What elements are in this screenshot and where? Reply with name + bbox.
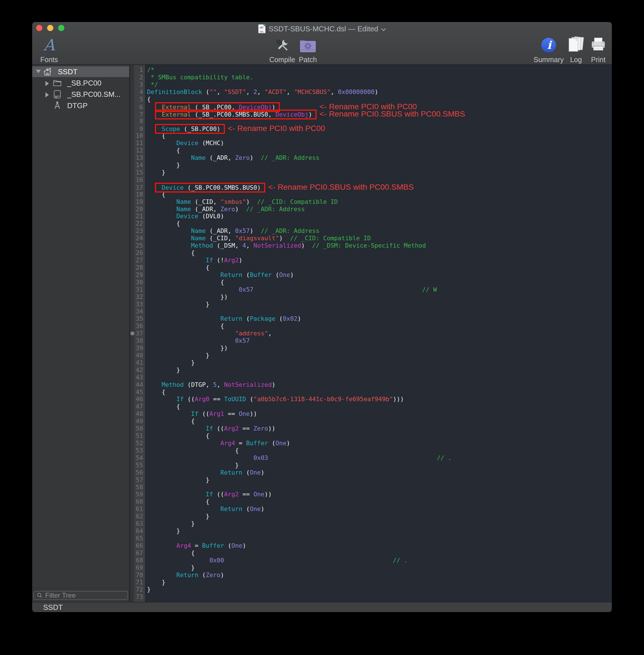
line-number: 10 xyxy=(130,132,145,139)
code-token: } xyxy=(147,359,195,366)
sidebar-item-label: DTGP xyxy=(67,101,88,110)
code-line: 64 } xyxy=(130,527,612,535)
code-token xyxy=(253,286,422,293)
code-token xyxy=(147,227,191,234)
window-title: SSDT-SBUS-MCHC.dsl — Edited xyxy=(269,25,378,33)
code-token: } xyxy=(147,586,151,593)
code-token: One xyxy=(239,410,250,417)
code-token: } xyxy=(147,161,180,168)
code-line: 44 Method (DTGP, 5, NotSerialized) xyxy=(130,381,612,388)
code-line: 71 } xyxy=(130,579,612,586)
code-token: { xyxy=(147,388,165,396)
line-number: 65 xyxy=(130,535,145,542)
code-line: 61 Return (One) xyxy=(130,505,612,513)
line-number: 30 xyxy=(130,279,145,286)
code-token: { xyxy=(147,417,195,425)
code-token: One xyxy=(253,491,264,498)
code-line: 66 Arg4 = Buffer (One) xyxy=(130,542,612,549)
sidebar-item--sb-pc00[interactable]: _SB.PC00 xyxy=(32,77,129,88)
code-token: 4 xyxy=(243,242,246,249)
code-token: (DVL0) xyxy=(199,212,224,220)
code-line: 63 } xyxy=(130,520,612,527)
method-icon xyxy=(53,101,62,110)
code-line: 40 } xyxy=(130,352,612,359)
code-token: Arg2 xyxy=(224,257,239,264)
code-token: )) xyxy=(268,425,275,432)
code-token: ) xyxy=(261,505,264,513)
disclosure-closed-icon[interactable] xyxy=(45,81,49,86)
chevron-down-icon[interactable] xyxy=(382,26,386,30)
window-header: DSL SSDT-SBUS-MCHC.dsl — Edited A Fonts xyxy=(32,22,612,65)
code-token: One xyxy=(279,271,290,278)
line-number: 73 xyxy=(130,593,145,601)
filter-tree-input[interactable]: Filter Tree xyxy=(33,591,128,600)
code-line: 33 } xyxy=(130,301,612,308)
sidebar-item-ssdt[interactable]: SSDT xyxy=(32,66,129,77)
code-token: ( xyxy=(243,315,250,322)
sidebar-item-label: SSDT xyxy=(58,67,77,76)
line-number: 38 xyxy=(130,337,145,344)
line-number: 25 xyxy=(130,242,145,249)
code-editor[interactable]: 1/*2 * SMBus compatibility table.3 */4De… xyxy=(130,65,612,602)
line-number: 6 xyxy=(130,104,145,111)
code-token: One xyxy=(250,505,261,513)
code-token: (! xyxy=(213,257,224,264)
line-number: 70 xyxy=(130,571,145,579)
code-token xyxy=(147,396,176,403)
code-token: "a0b5b7c6-1318-441c-b0c9-fe695eaf949b" xyxy=(253,396,393,403)
disclosure-closed-icon[interactable] xyxy=(45,92,49,97)
code-line: 72} xyxy=(130,586,612,593)
code-token: Buffer xyxy=(202,542,224,549)
code-line: 47 { xyxy=(130,403,612,410)
code-token: ToUUID xyxy=(224,396,246,403)
code-token: { xyxy=(147,279,224,286)
code-token: }) xyxy=(147,293,228,300)
code-token: 0x57 xyxy=(239,286,253,293)
line-number: 44 xyxy=(130,381,145,388)
line-number: 12 xyxy=(130,147,145,154)
code-line: 22 { xyxy=(130,220,612,227)
code-line: 46 If ((Arg0 == ToUUID ("a0b5b7c6-1318-4… xyxy=(130,396,612,403)
home-icon xyxy=(43,67,52,76)
code-token: Arg1 xyxy=(209,410,224,417)
sidebar-item-dtgp[interactable]: DTGP xyxy=(32,100,129,111)
toolbar-item-patch[interactable]: Patch xyxy=(288,36,328,64)
code-token: == xyxy=(239,491,253,498)
code-token: ) xyxy=(272,381,275,388)
line-number: 29 xyxy=(130,271,145,279)
line-number: 64 xyxy=(130,527,145,535)
code-token: } xyxy=(147,513,209,520)
code-token: ( xyxy=(202,88,209,95)
code-line: 45 { xyxy=(130,388,612,396)
disclosure-open-icon[interactable] xyxy=(36,70,41,73)
code-token: Return xyxy=(221,315,243,322)
line-number: 48 xyxy=(130,410,145,417)
code-token xyxy=(147,315,221,322)
search-icon xyxy=(37,592,43,598)
line-number: 15 xyxy=(130,169,145,176)
code-token: ( xyxy=(272,271,279,278)
code-token: 0x02 xyxy=(283,315,297,322)
code-token: } xyxy=(147,520,195,527)
line-number: 63 xyxy=(130,520,145,527)
code-line: 23 Name (_ADR, 0x57) // _ADR: Address xyxy=(130,227,612,234)
code-token: } xyxy=(147,366,180,374)
code-token: 0x00000000 xyxy=(338,88,374,95)
line-number: 68 xyxy=(130,557,145,564)
toolbar-item-fonts[interactable]: A Fonts xyxy=(32,36,69,64)
line-number: 9 xyxy=(130,126,145,133)
line-number: 1 xyxy=(130,66,145,74)
code-token xyxy=(147,469,221,476)
code-line: 17 Device (_SB.PC00.SMBS.BUS0) <- Rename… xyxy=(130,183,612,191)
toolbar-item-print[interactable]: Print xyxy=(578,36,612,64)
code-token: , xyxy=(330,88,338,95)
code-token: { xyxy=(147,498,209,505)
code-token xyxy=(147,410,191,417)
code-token: Method xyxy=(162,381,184,388)
code-token: If xyxy=(206,425,213,432)
sidebar-item--sb-pc00-sm-[interactable]: _SB.PC00.SM... xyxy=(32,89,129,100)
code-token: } xyxy=(147,564,195,571)
line-number: 13 xyxy=(130,154,145,161)
code-token: NotSerialized xyxy=(224,381,272,388)
code-token: (_CID, xyxy=(206,234,235,242)
